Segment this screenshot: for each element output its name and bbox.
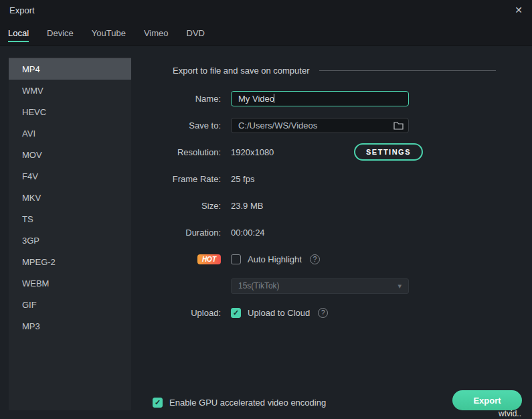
name-row: Name: bbox=[147, 90, 522, 106]
check-icon: ✓ bbox=[155, 399, 161, 406]
upload-row: Upload: ✓ Upload to Cloud ? bbox=[147, 305, 522, 321]
resolution-row: Resolution: 1920x1080 SETTINGS bbox=[147, 144, 522, 160]
format-item-mov[interactable]: MOV bbox=[9, 144, 131, 165]
gpu-row: ✓ Enable GPU accelerated video encoding bbox=[153, 398, 326, 408]
check-icon: ✓ bbox=[233, 309, 239, 317]
window-title: Export bbox=[9, 5, 35, 15]
duration-value: 00:00:24 bbox=[231, 228, 265, 238]
divider-line bbox=[319, 70, 496, 71]
export-button[interactable]: Export bbox=[452, 390, 522, 410]
format-item-mpeg-2[interactable]: MPEG-2 bbox=[9, 251, 131, 272]
folder-icon[interactable] bbox=[393, 121, 404, 130]
resolution-value: 1920x1080 bbox=[231, 147, 274, 157]
format-item-mkv[interactable]: MKV bbox=[9, 187, 131, 208]
frame-rate-label: Frame Rate: bbox=[147, 174, 231, 184]
settings-button[interactable]: SETTINGS bbox=[354, 143, 423, 161]
format-item-avi[interactable]: AVI bbox=[9, 122, 131, 144]
format-item-hevc[interactable]: HEVC bbox=[9, 101, 131, 122]
tab-vimeo[interactable]: Vimeo bbox=[144, 20, 169, 46]
auto-highlight-label: Auto Highlight bbox=[248, 254, 302, 264]
upload-cloud-checkbox[interactable]: ✓ bbox=[231, 308, 241, 318]
save-to-label: Save to: bbox=[147, 120, 231, 131]
format-item-wmv[interactable]: WMV bbox=[9, 80, 131, 101]
format-item-gif[interactable]: GIF bbox=[9, 294, 131, 315]
auto-highlight-checkbox[interactable]: ✓ bbox=[231, 254, 241, 264]
frame-rate-value: 25 fps bbox=[231, 174, 254, 184]
export-dialog: Export ✕ LocalDeviceYouTubeVimeoDVD MP4W… bbox=[0, 0, 532, 419]
name-input[interactable] bbox=[231, 91, 409, 106]
auto-highlight-row: HOT ✓ Auto Highlight ? bbox=[147, 251, 522, 267]
format-item-3gp[interactable]: 3GP bbox=[9, 230, 131, 251]
highlight-duration-row: 15s(TikTok) ▾ bbox=[147, 278, 522, 294]
hot-badge: HOT bbox=[197, 254, 221, 264]
gpu-checkbox[interactable]: ✓ bbox=[153, 398, 163, 408]
size-value: 23.9 MB bbox=[231, 201, 263, 211]
save-to-input[interactable] bbox=[231, 118, 409, 133]
save-to-row: Save to: bbox=[147, 117, 522, 133]
tab-bar: LocalDeviceYouTubeVimeoDVD bbox=[0, 20, 532, 46]
frame-rate-row: Frame Rate: 25 fps bbox=[147, 171, 522, 187]
tab-youtube[interactable]: YouTube bbox=[92, 20, 126, 46]
chevron-down-icon: ▾ bbox=[397, 282, 402, 290]
tab-local[interactable]: Local bbox=[8, 20, 29, 46]
section-title: Export to file and save on computer bbox=[173, 66, 310, 76]
tab-device[interactable]: Device bbox=[47, 20, 74, 46]
format-item-mp3[interactable]: MP3 bbox=[9, 315, 131, 337]
help-icon[interactable]: ? bbox=[310, 254, 320, 264]
upload-label: Upload: bbox=[147, 308, 231, 318]
close-icon[interactable]: ✕ bbox=[515, 5, 523, 15]
resolution-label: Resolution: bbox=[147, 147, 231, 157]
titlebar: Export ✕ bbox=[0, 0, 532, 20]
format-item-ts[interactable]: TS bbox=[9, 208, 131, 230]
hot-badge-cell: HOT bbox=[147, 254, 231, 264]
name-label: Name: bbox=[147, 94, 231, 104]
dropdown-value: 15s(TikTok) bbox=[238, 281, 280, 290]
text-caret bbox=[274, 94, 274, 103]
size-row: Size: 23.9 MB bbox=[147, 197, 522, 214]
tab-dvd[interactable]: DVD bbox=[187, 20, 205, 46]
watermark: wtvid.. bbox=[499, 409, 521, 418]
save-to-input-wrap bbox=[231, 118, 409, 133]
format-item-f4v[interactable]: F4V bbox=[9, 165, 131, 187]
format-item-mp4[interactable]: MP4 bbox=[9, 58, 131, 80]
duration-label: Duration: bbox=[147, 228, 231, 238]
gpu-label: Enable GPU accelerated video encoding bbox=[169, 398, 326, 408]
section-header: Export to file and save on computer bbox=[173, 66, 496, 76]
duration-row: Duration: 00:00:24 bbox=[147, 224, 522, 240]
format-list: MP4WMVHEVCAVIMOVF4VMKVTS3GPMPEG-2WEBMGIF… bbox=[9, 57, 131, 410]
format-item-webm[interactable]: WEBM bbox=[9, 272, 131, 294]
size-label: Size: bbox=[147, 201, 231, 211]
upload-cloud-label: Upload to Cloud bbox=[248, 308, 310, 318]
highlight-duration-dropdown[interactable]: 15s(TikTok) ▾ bbox=[231, 278, 409, 294]
help-icon[interactable]: ? bbox=[318, 308, 328, 318]
